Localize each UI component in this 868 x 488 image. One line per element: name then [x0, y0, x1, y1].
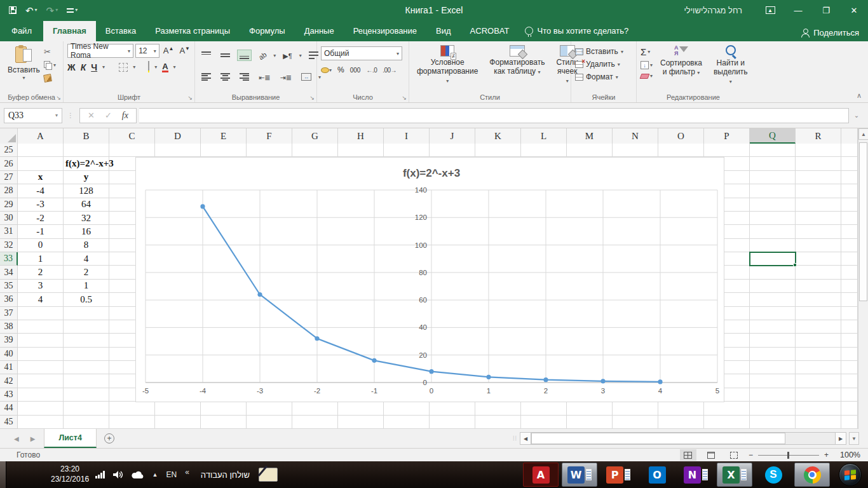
- column-header-K[interactable]: K: [475, 128, 521, 144]
- chart-marker[interactable]: [486, 375, 491, 379]
- cell-Q31[interactable]: [750, 225, 796, 238]
- zoom-level[interactable]: 100%: [835, 451, 860, 459]
- cell-P44[interactable]: [704, 402, 750, 415]
- row-header-29[interactable]: 29: [0, 198, 18, 212]
- cell-P25[interactable]: [704, 144, 750, 157]
- column-header-M[interactable]: M: [567, 128, 613, 144]
- cell-A30[interactable]: -2: [18, 212, 64, 225]
- tab-acrobat[interactable]: ACROBAT: [461, 21, 519, 41]
- tab-вид[interactable]: Вид: [426, 21, 461, 41]
- cell-P45[interactable]: [704, 416, 750, 429]
- row-header-41[interactable]: 41: [0, 361, 18, 374]
- cell-R31[interactable]: [796, 225, 841, 238]
- cell-G25[interactable]: [292, 144, 338, 157]
- cell-B31[interactable]: 16: [64, 225, 109, 238]
- currency-format-icon[interactable]: ▾: [321, 67, 332, 73]
- row-header-35[interactable]: 35: [0, 280, 18, 293]
- cell-H25[interactable]: [338, 144, 384, 157]
- chart-marker[interactable]: [315, 336, 319, 341]
- percent-format-icon[interactable]: %: [337, 65, 344, 74]
- format-painter-button[interactable]: [44, 73, 56, 83]
- cell-O25[interactable]: [658, 144, 704, 157]
- cell-A44[interactable]: [18, 402, 64, 415]
- row-header-37[interactable]: 37: [0, 307, 18, 320]
- cell-I25[interactable]: [384, 144, 430, 157]
- chart-marker[interactable]: [200, 204, 205, 208]
- cell-A39[interactable]: [18, 334, 64, 347]
- cell-Q32[interactable]: [750, 239, 796, 252]
- share-button[interactable]: Поделиться: [801, 28, 859, 37]
- align-right-icon[interactable]: [237, 71, 252, 83]
- cell-I45[interactable]: [384, 416, 430, 429]
- sheet-tab-active[interactable]: Лист4: [44, 429, 96, 448]
- cell-Q36[interactable]: [750, 293, 796, 306]
- font-name-select[interactable]: Times New Roma▾: [67, 44, 133, 58]
- cell-B28[interactable]: 128: [64, 184, 109, 198]
- cell-L25[interactable]: [521, 144, 567, 157]
- cell-Q43[interactable]: [750, 388, 796, 402]
- format-cells-button[interactable]: Формат▾: [575, 72, 634, 81]
- row-header-26[interactable]: 26: [0, 157, 18, 170]
- cell-D45[interactable]: [155, 416, 201, 429]
- row-header-44[interactable]: 44: [0, 402, 18, 415]
- cell-B33[interactable]: 4: [64, 252, 109, 266]
- normal-view-button[interactable]: [680, 449, 696, 461]
- cell-B44[interactable]: [64, 402, 109, 415]
- zoom-slider-thumb[interactable]: [787, 452, 789, 459]
- scroll-down-icon[interactable]: ▼: [849, 432, 859, 445]
- row-header-28[interactable]: 28: [0, 184, 18, 198]
- row-header-34[interactable]: 34: [0, 266, 18, 279]
- increase-indent-icon[interactable]: ⇥≣: [277, 69, 294, 85]
- text-direction-icon[interactable]: ▶¶: [280, 48, 294, 63]
- cell-G44[interactable]: [292, 402, 338, 415]
- cell-B37[interactable]: [64, 307, 109, 320]
- insert-function-icon[interactable]: fx: [122, 111, 128, 121]
- cell-R29[interactable]: [796, 198, 841, 212]
- cell-R34[interactable]: [796, 266, 841, 279]
- cell-D44[interactable]: [155, 402, 201, 415]
- cell-E25[interactable]: [201, 144, 247, 157]
- toolbar-chevron[interactable]: «: [185, 468, 189, 477]
- name-box-splitter[interactable]: ⋮: [67, 112, 74, 119]
- cell-B27[interactable]: y: [64, 171, 109, 184]
- cell-R33[interactable]: [796, 252, 841, 266]
- cell-R45[interactable]: [796, 416, 841, 429]
- cell-Q45[interactable]: [750, 416, 796, 429]
- cell-G45[interactable]: [292, 416, 338, 429]
- minimize-button[interactable]: —: [784, 0, 812, 20]
- cell-A41[interactable]: [18, 361, 64, 374]
- align-middle-icon[interactable]: [218, 50, 233, 61]
- cell-B25[interactable]: [64, 144, 109, 157]
- scroll-up-icon[interactable]: ▲: [858, 128, 868, 140]
- chart-marker[interactable]: [543, 377, 548, 382]
- taskbar-app-word[interactable]: W: [562, 463, 597, 487]
- align-center-icon[interactable]: [218, 71, 233, 83]
- find-select-button[interactable]: Найти и выделить ▾: [710, 44, 752, 86]
- taskbar-app-skype[interactable]: S: [756, 463, 791, 487]
- vertical-scrollbar[interactable]: ▲: [858, 128, 868, 429]
- cell-R41[interactable]: [796, 361, 841, 374]
- cell-K44[interactable]: [475, 402, 521, 415]
- cell-A29[interactable]: -3: [18, 198, 64, 212]
- save-icon[interactable]: [9, 6, 17, 14]
- cell-F44[interactable]: [247, 402, 292, 415]
- cell-A43[interactable]: [18, 388, 64, 402]
- hidden-icons-arrow[interactable]: ▲: [153, 471, 158, 478]
- enter-icon[interactable]: ✓: [105, 111, 112, 120]
- language-indicator[interactable]: EN: [166, 470, 177, 479]
- cell-J45[interactable]: [430, 416, 475, 429]
- clipboard-dialog-launcher-icon[interactable]: ↘: [56, 95, 61, 101]
- column-header-E[interactable]: E: [201, 128, 247, 144]
- column-header-B[interactable]: B: [64, 128, 109, 144]
- cell-R35[interactable]: [796, 280, 841, 293]
- tell-me-box[interactable]: Что вы хотите сделать?: [519, 21, 635, 41]
- cell-A40[interactable]: [18, 348, 64, 361]
- cell-R37[interactable]: [796, 307, 841, 320]
- cell-C45[interactable]: [109, 416, 155, 429]
- conditional-formatting-button[interactable]: Условное форматирование ▾: [413, 44, 482, 86]
- increase-decimal-icon[interactable]: ←.0: [366, 67, 377, 74]
- cell-N25[interactable]: [613, 144, 658, 157]
- cell-B39[interactable]: [64, 334, 109, 347]
- horizontal-scroll-thumb[interactable]: [531, 433, 785, 444]
- cell-B32[interactable]: 8: [64, 239, 109, 252]
